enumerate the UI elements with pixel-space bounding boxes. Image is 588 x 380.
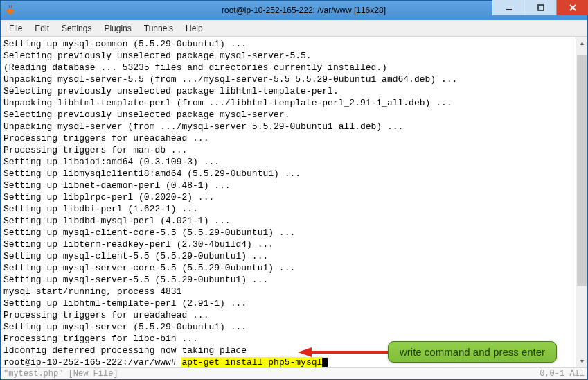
callout-text: write command and press enter: [400, 346, 545, 358]
menu-plugins[interactable]: Plugins: [98, 22, 136, 35]
terminal-line: Selecting previously unselected package …: [3, 85, 573, 97]
app-window: root@ip-10-252-165-222: /var/www [116x28…: [0, 0, 588, 380]
terminal-line: Unpacking mysql-server (from .../mysql-s…: [3, 121, 573, 132]
terminal-line: Setting up mysql-server (5.5.29-0ubuntu1…: [3, 321, 573, 333]
scroll-up-icon[interactable]: ▴: [576, 37, 587, 49]
arrow-shaft: [312, 351, 388, 354]
status-right: 0,0-1 All: [540, 369, 585, 379]
terminal-line: Setting up libnet-daemon-perl (0.48-1) .…: [3, 180, 573, 191]
terminal-line: Unpacking mysql-server-5.5 (from .../mys…: [3, 74, 573, 85]
maximize-button[interactable]: [524, 0, 556, 15]
titlebar[interactable]: root@ip-10-252-165-222: /var/www [116x28…: [1, 1, 587, 20]
svg-rect-0: [506, 9, 512, 10]
terminal-line: Setting up libdbd-mysql-perl (4.021-1) .…: [3, 215, 573, 227]
scroll-thumb[interactable]: [577, 55, 587, 286]
terminal-area[interactable]: Setting up mysql-common (5.5.29-0ubuntu1…: [1, 37, 587, 367]
terminal-line: Setting up libterm-readkey-perl (2.30-4b…: [3, 239, 573, 250]
vertical-scrollbar[interactable]: ▴ ▾: [576, 37, 587, 367]
terminal-line: mysql start/running, process 4831: [3, 286, 573, 297]
terminal-output[interactable]: Setting up mysql-common (5.5.29-0ubuntu1…: [1, 37, 576, 367]
terminal-line: (Reading database ... 53235 files and di…: [3, 62, 573, 74]
status-left: "mytest.php" [New File]: [3, 369, 540, 379]
terminal-line: Selecting previously unselected package …: [3, 109, 573, 121]
scroll-down-icon[interactable]: ▾: [576, 355, 587, 367]
arrow-head-icon: [298, 347, 312, 357]
menu-file[interactable]: File: [3, 22, 28, 35]
minimize-button[interactable]: [492, 0, 524, 15]
cursor-block: [322, 357, 328, 367]
prompt-prefix: root@ip-10-252-165-222:/var/www#: [3, 357, 181, 367]
menu-tunnels[interactable]: Tunnels: [139, 22, 179, 35]
terminal-line: Setting up mysql-server-core-5.5 (5.5.29…: [3, 262, 573, 274]
status-bar: "mytest.php" [New File] 0,0-1 All: [1, 367, 587, 379]
menu-help[interactable]: Help: [180, 22, 208, 35]
scroll-track[interactable]: [576, 49, 587, 355]
terminal-line: Unpacking libhtml-template-perl (from ..…: [3, 97, 573, 109]
terminal-line: Setting up libhtml-template-perl (2.91-1…: [3, 297, 573, 309]
terminal-line: Setting up mysql-common (5.5.29-0ubuntu1…: [3, 38, 573, 50]
menu-settings[interactable]: Settings: [56, 22, 97, 35]
close-button[interactable]: [556, 0, 588, 15]
terminal-line: Processing triggers for ureadahead ...: [3, 309, 573, 321]
terminal-line: Processing triggers for ureadahead ...: [3, 132, 573, 144]
terminal-line: Processing triggers for man-db ...: [3, 144, 573, 156]
window-controls: [492, 0, 588, 15]
terminal-line: Selecting previously unselected package …: [3, 50, 573, 62]
terminal-line: Setting up libmysqlclient18:amd64 (5.5.2…: [3, 168, 573, 180]
terminal-line: Setting up libdbi-perl (1.622-1) ...: [3, 203, 573, 215]
menubar: File Edit Settings Plugins Tunnels Help: [1, 20, 587, 37]
svg-rect-1: [538, 5, 544, 10]
typed-command[interactable]: apt-get install php5-mysql: [181, 357, 322, 367]
annotation-callout: write command and press enter: [388, 341, 557, 363]
annotation-arrow: [298, 347, 388, 357]
menu-edit[interactable]: Edit: [29, 22, 55, 35]
terminal-line: Setting up libplrpc-perl (0.2020-2) ...: [3, 191, 573, 203]
terminal-line: Setting up libaio1:amd64 (0.3.109-3) ...: [3, 156, 573, 168]
terminal-line: Setting up mysql-server-5.5 (5.5.29-0ubu…: [3, 274, 573, 286]
terminal-line: Setting up mysql-client-5.5 (5.5.29-0ubu…: [3, 250, 573, 262]
java-coffee-icon: [5, 5, 16, 16]
terminal-line: Setting up mysql-client-core-5.5 (5.5.29…: [3, 227, 573, 239]
